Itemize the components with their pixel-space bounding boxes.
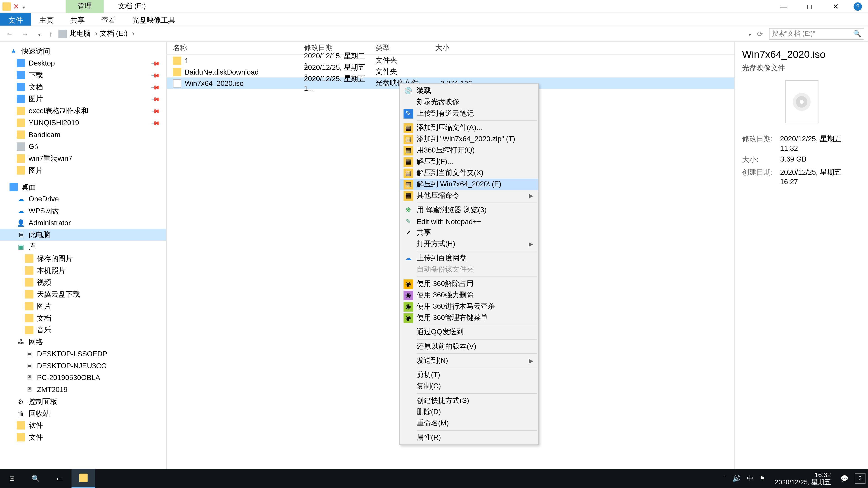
ribbon-tab-share[interactable]: 共享 (62, 13, 93, 26)
tree-net-pc1[interactable]: 🖥DESKTOP-LSSOEDP (0, 348, 166, 360)
tree-lib-camera[interactable]: 本机照片 (0, 265, 166, 276)
ctx-open-360zip[interactable]: ▦用360压缩打开(Q) (400, 145, 538, 156)
ctx-extract-named[interactable]: ▦解压到 Win7x64_2020\ (E) (400, 179, 538, 190)
ctx-extract-here[interactable]: ▦解压到当前文件夹(X) (400, 167, 538, 179)
tree-this-pc[interactable]: 🖥此电脑 (0, 229, 166, 241)
tree-win7-reinstall[interactable]: win7重装win7 (0, 153, 166, 164)
history-dropdown[interactable] (35, 30, 43, 38)
tree-network[interactable]: 🖧网络 (0, 336, 166, 348)
tree-files[interactable]: 文件 (0, 431, 166, 443)
tree-lib-pictures[interactable]: 图片 (0, 300, 166, 312)
tree-software[interactable]: 软件 (0, 419, 166, 431)
search-input[interactable]: 搜索"文档 (E:)" 🔍 (769, 28, 864, 40)
ctx-share[interactable]: ↗共享 (400, 227, 538, 238)
maximize-button[interactable]: □ (801, 2, 818, 10)
tree-wps[interactable]: ☁WPS网盘 (0, 205, 166, 217)
tray-chevron-icon[interactable]: ˄ (723, 475, 726, 482)
tree-drive-g[interactable]: G:\ (0, 140, 166, 153)
ctx-360-delete[interactable]: ◉使用 360强力删除 (400, 290, 538, 301)
tree-recycle[interactable]: 🗑回收站 (0, 408, 166, 420)
ctx-restore-prev[interactable]: 还原以前的版本(V) (400, 341, 538, 352)
ctx-360-release[interactable]: ◉使用 360解除占用 (400, 278, 538, 289)
tree-onedrive[interactable]: ☁OneDrive (0, 193, 166, 205)
taskbar-explorer[interactable] (71, 469, 95, 488)
ctx-properties[interactable]: 属性(R) (400, 432, 538, 443)
tree-net-pc2[interactable]: 🖥DESKTOP-NJEU3CG (0, 360, 166, 372)
col-size[interactable]: 大小 (435, 43, 483, 53)
ctx-youdao[interactable]: ✎上传到有道云笔记 (400, 108, 538, 119)
ctx-mount[interactable]: 💿装载 (400, 85, 538, 96)
tree-bandicam[interactable]: Bandicam (0, 129, 166, 141)
qat-dropdown-icon[interactable] (22, 2, 25, 10)
tree-desktop[interactable]: Desktop📌 (0, 57, 166, 69)
minimize-button[interactable]: — (775, 2, 792, 10)
tree-lib-videos[interactable]: 视频 (0, 276, 166, 289)
ctx-send-to[interactable]: 发送到(N)▶ (400, 355, 538, 366)
forward-button[interactable]: → (19, 30, 31, 38)
tray-flag-icon[interactable]: ⚑ (759, 475, 765, 482)
tray-volume-icon[interactable]: 🔊 (733, 475, 741, 482)
column-headers[interactable]: 名称 修改日期 类型 大小 (167, 42, 734, 55)
tray-notification-icon[interactable]: 💬 (840, 475, 849, 482)
tree-excel-folder[interactable]: excel表格制作求和📌 (0, 105, 166, 117)
help-button[interactable]: ? (854, 2, 862, 10)
tray-badge[interactable]: 3 (855, 473, 865, 484)
tree-lib-music[interactable]: 音乐 (0, 324, 166, 336)
ctx-add-archive[interactable]: ▦添加到压缩文件(A)... (400, 122, 538, 133)
ctx-fengmi[interactable]: ❋用 蜂蜜浏览器 浏览(3) (400, 204, 538, 216)
tree-lib-saved-pics[interactable]: 保存的图片 (0, 253, 166, 265)
ribbon-tab-disc-tools[interactable]: 光盘映像工具 (124, 13, 184, 26)
tree-net-pc4[interactable]: 🖥ZMT2019 (0, 384, 166, 396)
refresh-button[interactable]: ⟳ (754, 30, 765, 38)
taskbar-clock[interactable]: 16:32 2020/12/25, 星期五 (771, 471, 835, 486)
ctx-copy[interactable]: 复制(C) (400, 381, 538, 392)
tree-yunqishi[interactable]: YUNQISHI2019📌 (0, 117, 166, 129)
search-icon[interactable]: 🔍 (853, 30, 862, 37)
ctx-baidu[interactable]: ☁上传到百度网盘 (400, 253, 538, 264)
tree-pictures2[interactable]: 图片 (0, 164, 166, 176)
ctx-360-manage[interactable]: ◉使用 360管理右键菜单 (400, 312, 538, 324)
tree-quick-access[interactable]: ★快速访问 (0, 45, 166, 57)
ctx-rename[interactable]: 重命名(M) (400, 418, 538, 429)
tree-lib-documents[interactable]: 文档 (0, 312, 166, 324)
tree-downloads[interactable]: 下载📌 (0, 69, 166, 81)
col-type[interactable]: 类型 (375, 43, 435, 53)
ctx-360-scan[interactable]: ◉使用 360进行木马云查杀 (400, 301, 538, 312)
ctx-other-zip[interactable]: ▦其他压缩命令▶ (400, 190, 538, 201)
crumb-drive[interactable]: 文档 (E:) (100, 29, 134, 39)
tree-libraries[interactable]: ▣库 (0, 240, 166, 253)
start-button[interactable]: ⊞ (0, 469, 24, 488)
tray-ime[interactable]: 中 (747, 474, 753, 483)
tree-lib-tianyi[interactable]: 天翼云盘下载 (0, 288, 166, 300)
ctx-cut[interactable]: 剪切(T) (400, 369, 538, 381)
address-dropdown[interactable] (747, 30, 751, 38)
contextual-tab[interactable]: 管理 (66, 0, 104, 13)
ctx-extract-to[interactable]: ▦解压到(F)... (400, 156, 538, 167)
ribbon-file-tab[interactable]: 文件 (0, 13, 31, 26)
ctx-notepadpp[interactable]: ✎Edit with Notepad++ (400, 216, 538, 227)
ctx-qq-send[interactable]: 通过QQ发送到 (400, 326, 538, 338)
tree-documents[interactable]: 文档📌 (0, 81, 166, 93)
ctx-burn[interactable]: 刻录光盘映像 (400, 96, 538, 108)
crumb-this-pc[interactable]: 此电脑 (69, 29, 97, 39)
tree-control-panel[interactable]: ⚙控制面板 (0, 396, 166, 408)
tree-administrator[interactable]: 👤Administrator (0, 217, 166, 229)
search-button[interactable]: 🔍 (24, 469, 48, 488)
ctx-shortcut[interactable]: 创建快捷方式(S) (400, 395, 538, 406)
breadcrumb[interactable]: 此电脑 文档 (E:) (58, 29, 744, 39)
up-button[interactable]: ↑ (46, 30, 55, 38)
ribbon-tab-view[interactable]: 查看 (93, 13, 124, 26)
back-button[interactable]: ← (4, 30, 16, 38)
task-view-button[interactable]: ▭ (48, 469, 71, 488)
ctx-add-zip[interactable]: ▦添加到 "Win7x64_2020.zip" (T) (400, 133, 538, 145)
tree-pictures[interactable]: 图片📌 (0, 93, 166, 105)
tree-desktop-root[interactable]: 桌面 (0, 181, 166, 193)
tree-net-pc3[interactable]: 🖥PC-20190530OBLA (0, 372, 166, 384)
col-name[interactable]: 名称 (173, 43, 304, 53)
close-button[interactable]: ✕ (827, 2, 844, 10)
ribbon-tab-home[interactable]: 主页 (31, 13, 62, 26)
ctx-delete[interactable]: 删除(D) (400, 406, 538, 418)
file-row[interactable]: 1 2020/12/15, 星期二 1... 文件夹 (167, 55, 734, 66)
ctx-open-with[interactable]: 打开方式(H)▶ (400, 238, 538, 250)
file-row[interactable]: BaiduNetdiskDownload 2020/12/25, 星期五 1..… (167, 66, 734, 77)
